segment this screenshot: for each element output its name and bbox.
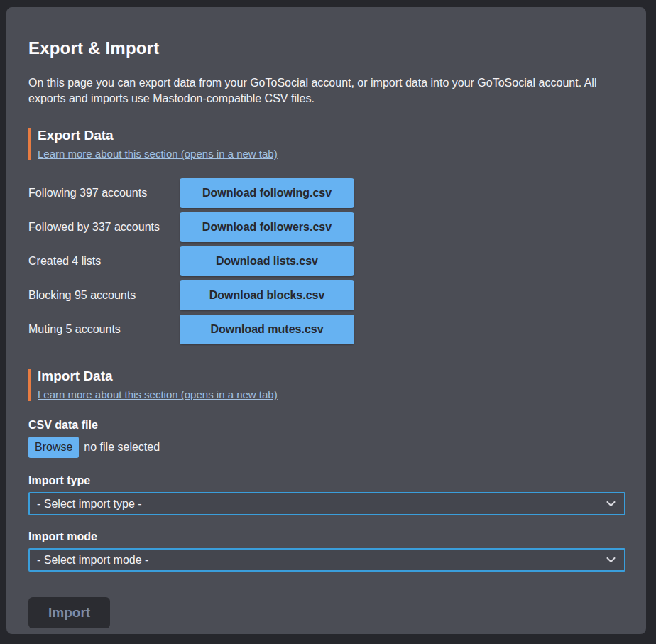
- import-mode-select[interactable]: - Select import mode -: [28, 548, 625, 572]
- export-row-following: Following 397 accounts Download followin…: [28, 178, 625, 208]
- import-mode-field: Import mode - Select import mode -: [28, 530, 625, 572]
- csv-file-label: CSV data file: [28, 419, 625, 432]
- page-title: Export & Import: [28, 38, 625, 58]
- import-learn-more-link[interactable]: Learn more about this section (opens in …: [38, 388, 278, 400]
- import-section-header: Import Data Learn more about this sectio…: [28, 369, 625, 401]
- export-row-mutes: Muting 5 accounts Download mutes.csv: [28, 315, 625, 344]
- import-mode-selected-value: - Select import mode -: [37, 554, 148, 567]
- import-type-select[interactable]: - Select import type -: [28, 492, 625, 515]
- page-description: On this page you can export data from yo…: [28, 75, 625, 107]
- file-status-text: no file selected: [84, 441, 160, 454]
- export-section-title: Export Data: [38, 128, 625, 143]
- download-blocks-button[interactable]: Download blocks.csv: [180, 280, 354, 310]
- export-row-followers: Followed by 337 accounts Download follow…: [28, 212, 625, 242]
- export-row-label: Following 397 accounts: [28, 187, 180, 200]
- download-lists-button[interactable]: Download lists.csv: [180, 246, 354, 276]
- export-rows: Following 397 accounts Download followin…: [28, 178, 625, 344]
- download-followers-button[interactable]: Download followers.csv: [180, 212, 354, 242]
- chevron-down-icon: [606, 557, 616, 563]
- export-row-label: Blocking 95 accounts: [28, 289, 180, 302]
- import-type-field: Import type - Select import type -: [28, 474, 625, 515]
- import-button[interactable]: Import: [28, 597, 110, 628]
- import-section-title: Import Data: [38, 369, 625, 384]
- download-following-button[interactable]: Download following.csv: [180, 178, 354, 208]
- export-row-label: Muting 5 accounts: [28, 323, 180, 336]
- export-row-lists: Created 4 lists Download lists.csv: [28, 246, 625, 276]
- import-type-selected-value: - Select import type -: [37, 498, 142, 511]
- export-learn-more-link[interactable]: Learn more about this section (opens in …: [38, 148, 278, 160]
- export-row-label: Created 4 lists: [28, 255, 180, 268]
- import-type-label: Import type: [28, 474, 625, 487]
- export-row-blocks: Blocking 95 accounts Download blocks.csv: [28, 280, 625, 310]
- export-section-header: Export Data Learn more about this sectio…: [28, 128, 625, 160]
- csv-file-input[interactable]: Browse no file selected: [28, 437, 625, 458]
- browse-button[interactable]: Browse: [28, 437, 79, 458]
- download-mutes-button[interactable]: Download mutes.csv: [180, 315, 354, 344]
- export-row-label: Followed by 337 accounts: [28, 221, 180, 234]
- export-import-panel: Export & Import On this page you can exp…: [6, 7, 646, 634]
- chevron-down-icon: [606, 501, 616, 507]
- import-mode-label: Import mode: [28, 530, 625, 543]
- csv-file-field: CSV data file Browse no file selected: [28, 419, 625, 458]
